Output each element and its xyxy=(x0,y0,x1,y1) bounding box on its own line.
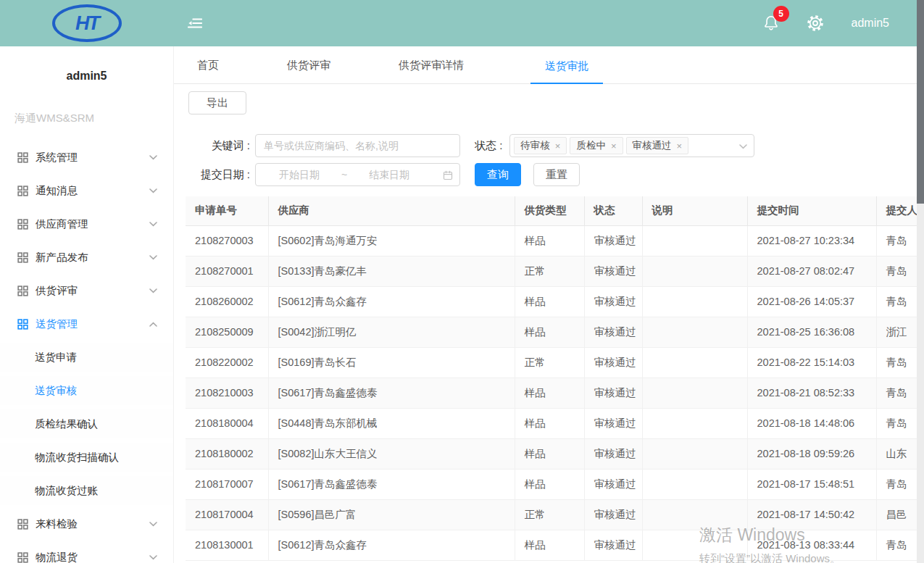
cell-supplier: [S0448]青岛东部机械 xyxy=(268,408,515,438)
cell-supplier: [S0082]山东大王信义 xyxy=(268,438,515,469)
header-username[interactable]: admin5 xyxy=(852,17,889,30)
cell-order-no: 2108170004 xyxy=(186,499,268,530)
cell-note xyxy=(642,530,747,560)
chevron-down-icon xyxy=(149,555,157,560)
table-row[interactable]: 2108270003 [S0602]青岛海通万安 样品 审核通过 2021-08… xyxy=(186,225,924,256)
cell-supply-type: 样品 xyxy=(515,530,584,560)
chevron-down-icon xyxy=(149,288,157,293)
cell-order-no: 2108180002 xyxy=(186,438,268,469)
notification-badge: 5 xyxy=(774,7,788,21)
cell-submit-time: 2021-08-17 15:48:51 xyxy=(747,469,876,499)
cell-status: 审核通过 xyxy=(584,530,642,560)
cell-supply-type: 样品 xyxy=(515,317,584,347)
tag-close-icon[interactable]: × xyxy=(555,141,561,151)
cell-note xyxy=(642,378,747,408)
tab-home[interactable]: 首页 xyxy=(196,59,220,83)
status-label: 状态 : xyxy=(475,139,502,153)
sidebar: admin5 海通WMS&SRM 系统管理 通知消息 供应商管理 新产品发布 供… xyxy=(0,46,174,563)
keyword-input[interactable] xyxy=(255,134,460,157)
chevron-down-icon xyxy=(149,522,157,527)
sidebar-subitem-logistics-receipt-scan-confirm[interactable]: 物流收货扫描确认 xyxy=(0,443,173,472)
sidebar-item-delivery-management[interactable]: 送货管理 xyxy=(0,309,173,338)
cell-submit-time: 2021-08-26 14:05:37 xyxy=(747,286,876,317)
cell-note xyxy=(642,225,747,256)
tab-supply-review-detail[interactable]: 供货评审详情 xyxy=(397,59,465,83)
table-row[interactable]: 2108180004 [S0448]青岛东部机械 样品 审核通过 2021-08… xyxy=(186,408,924,438)
window-scrollbar[interactable] xyxy=(917,0,924,563)
status-multiselect[interactable]: 待审核 × 质检中 × 审核通过 × xyxy=(509,134,754,157)
cell-supply-type: 样品 xyxy=(515,438,584,469)
cell-submit-time: 2021-08-18 14:48:06 xyxy=(747,408,876,438)
cell-status: 审核通过 xyxy=(584,317,642,347)
cell-note xyxy=(642,499,747,530)
cell-order-no: 2108270003 xyxy=(186,225,268,256)
date-range-picker[interactable]: ~ xyxy=(255,163,460,186)
sidebar-item-incoming-inspection[interactable]: 来料检验 xyxy=(0,509,173,538)
cell-status: 审核通过 xyxy=(584,438,642,469)
tag-close-icon[interactable]: × xyxy=(611,141,617,151)
menu-fold-icon[interactable] xyxy=(187,15,203,31)
scrollbar-thumb[interactable] xyxy=(917,0,924,204)
tab-supply-review[interactable]: 供货评审 xyxy=(286,59,332,83)
table-row[interactable]: 2108210003 [S0617]青岛鑫盛德泰 样品 审核通过 2021-08… xyxy=(186,378,924,408)
cell-order-no: 2108220002 xyxy=(186,347,268,378)
notification-bell-icon[interactable]: 5 xyxy=(763,14,779,32)
table-header-row: 申请单号 供应商 供货类型 状态 说明 提交时间 提交人 xyxy=(186,196,924,225)
company-logo: HT xyxy=(52,4,122,42)
chevron-down-icon xyxy=(149,255,157,260)
cell-note xyxy=(642,256,747,286)
sidebar-menu: 系统管理 通知消息 供应商管理 新产品发布 供货评审 送货管理 xyxy=(0,143,173,563)
chevron-down-icon xyxy=(149,222,157,227)
cell-note xyxy=(642,438,747,469)
sidebar-item-supplier-management[interactable]: 供应商管理 xyxy=(0,209,173,238)
cell-status: 审核通过 xyxy=(584,256,642,286)
filter-panel: 关键词 : 状态 : 待审核 × 质检中 × 审核通过 × xyxy=(174,134,924,192)
sidebar-item-system-management[interactable]: 系统管理 xyxy=(0,143,173,172)
sidebar-subitem-delivery-application[interactable]: 送货申请 xyxy=(0,343,173,372)
table-row[interactable]: 2108270001 [S0133]青岛豪亿丰 正常 审核通过 2021-08-… xyxy=(186,256,924,286)
status-tag: 审核通过 × xyxy=(626,137,689,154)
start-date-input[interactable] xyxy=(262,169,337,180)
table-row[interactable]: 2108170007 [S0617]青岛鑫盛德泰 样品 审核通过 2021-08… xyxy=(186,469,924,499)
cell-supplier: [S0602]青岛海通万安 xyxy=(268,225,515,256)
select-chevron-down-icon[interactable] xyxy=(739,144,747,149)
cell-order-no: 2108210003 xyxy=(186,378,268,408)
reset-button[interactable]: 重置 xyxy=(533,163,580,186)
tag-close-icon[interactable]: × xyxy=(677,141,683,151)
tab-bar: 首页 供货评审 供货评审详情 送货审批 xyxy=(174,46,924,84)
table-row[interactable]: 2108250009 [S0042]浙江明亿 样品 审核通过 2021-08-2… xyxy=(186,317,924,347)
cell-order-no: 2108260002 xyxy=(186,286,268,317)
cell-order-no: 2108180004 xyxy=(186,408,268,438)
search-button[interactable]: 查询 xyxy=(475,163,521,186)
cell-status: 审核通过 xyxy=(584,499,642,530)
sidebar-subitem-delivery-review[interactable]: 送货审核 xyxy=(0,376,173,405)
sidebar-subitem-logistics-receipt-posting[interactable]: 物流收货过账 xyxy=(0,476,173,505)
table-row[interactable]: 2108180002 [S0082]山东大王信义 样品 审核通过 2021-08… xyxy=(186,438,924,469)
app-header: HT 5 admin5 xyxy=(0,0,924,46)
tab-delivery-approval[interactable]: 送货审批 xyxy=(530,59,603,84)
cell-order-no: 2108170007 xyxy=(186,469,268,499)
cell-status: 审核通过 xyxy=(584,286,642,317)
end-date-input[interactable] xyxy=(351,169,427,180)
sidebar-item-notifications[interactable]: 通知消息 xyxy=(0,176,173,205)
table-row[interactable]: 2108170004 [S0596]昌邑广富 正常 审核通过 2021-08-1… xyxy=(186,499,924,530)
grid-icon xyxy=(17,185,28,196)
main-content: 首页 供货评审 供货评审详情 送货审批 导出 关键词 : 状态 : 待审核 × … xyxy=(174,46,924,563)
table-row[interactable]: 2108260002 [S0612]青岛众鑫存 样品 审核通过 2021-08-… xyxy=(186,286,924,317)
sidebar-item-supply-review[interactable]: 供货评审 xyxy=(0,276,173,305)
grid-icon xyxy=(17,319,28,330)
col-supply-type: 供货类型 xyxy=(515,196,584,225)
sidebar-system-title: 海通WMS&SRM xyxy=(14,112,173,125)
cell-order-no: 2108130001 xyxy=(186,530,268,560)
table-row[interactable]: 2108220002 [S0169]青岛长石 正常 审核通过 2021-08-2… xyxy=(186,347,924,378)
settings-gear-icon[interactable] xyxy=(807,14,824,32)
cell-status: 审核通过 xyxy=(584,225,642,256)
sidebar-subitem-qc-result-confirm[interactable]: 质检结果确认 xyxy=(0,409,173,438)
export-button[interactable]: 导出 xyxy=(188,91,246,114)
status-tag: 待审核 × xyxy=(514,137,567,154)
table-row[interactable]: 2108130001 [S0612]青岛众鑫存 样品 审核通过 2021-08-… xyxy=(186,530,924,560)
cell-supply-type: 样品 xyxy=(515,469,584,499)
col-status: 状态 xyxy=(584,196,642,225)
sidebar-item-logistics-return[interactable]: 物流退货 xyxy=(0,543,173,563)
sidebar-item-new-product-release[interactable]: 新产品发布 xyxy=(0,243,173,272)
